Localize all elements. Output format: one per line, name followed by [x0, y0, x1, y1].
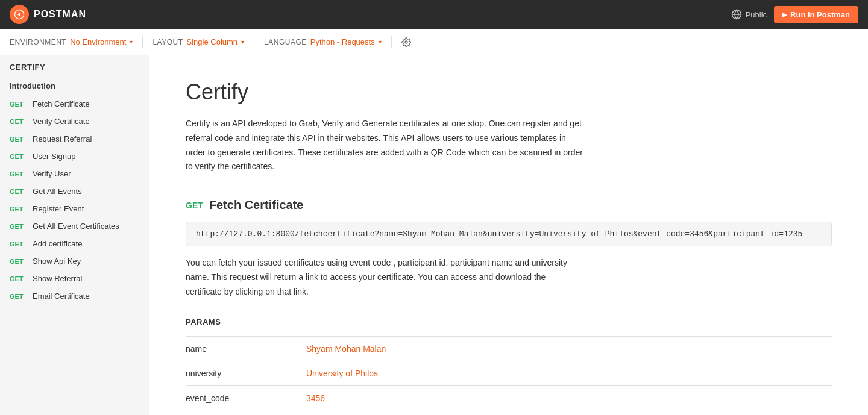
get-badge-fetch: GET: [10, 101, 28, 108]
param-row-university: university University of Philos: [186, 361, 832, 385]
postman-brand-text: POSTMAN: [34, 9, 86, 20]
layout-label: LAYOUT: [153, 38, 183, 46]
params-title: PARAMS: [186, 317, 832, 326]
param-row-event-code: event_code 3456: [186, 385, 832, 410]
get-badge-user-signup: GET: [10, 153, 28, 160]
api-name-label: Fetch Certificate: [209, 198, 304, 212]
layout-dropdown-icon[interactable]: ▾: [241, 39, 244, 45]
toolbar-separator-2: [254, 36, 254, 48]
main-layout: CERTIFY Introduction GET Fetch Certifica…: [0, 55, 868, 415]
toolbar: ENVIRONMENT No Environment ▾ LAYOUT Sing…: [0, 29, 868, 55]
sidebar: CERTIFY Introduction GET Fetch Certifica…: [0, 55, 149, 415]
layout-value[interactable]: Single Column: [187, 37, 238, 46]
layout-group: LAYOUT Single Column ▾: [153, 37, 244, 46]
get-badge-all-events: GET: [10, 188, 28, 195]
settings-gear-icon[interactable]: [401, 37, 411, 47]
toolbar-separator-1: [142, 36, 143, 48]
sidebar-label-user-signup: User Signup: [33, 152, 76, 161]
language-group: LANGUAGE Python - Requests ▾: [264, 37, 382, 46]
collection-title: CERTIFY: [0, 55, 149, 76]
get-badge-show-referral: GET: [10, 275, 28, 282]
sidebar-item-email-certificate[interactable]: GET Email Certificate: [0, 287, 149, 305]
get-badge-show-api-key: GET: [10, 258, 28, 265]
get-badge-all-event-certs: GET: [10, 223, 28, 230]
sidebar-label-get-all-event-certs: Get All Event Certificates: [33, 222, 119, 231]
sidebar-label-verify-certificate: Verify Certificate: [33, 117, 90, 126]
api-url-box: http://127.0.0.1:8000/fetchcertificate?n…: [186, 222, 832, 246]
sidebar-item-user-signup[interactable]: GET User Signup: [0, 148, 149, 165]
language-label: LANGUAGE: [264, 38, 307, 46]
param-key-name: name: [186, 336, 306, 361]
sidebar-item-show-api-key[interactable]: GET Show Api Key: [0, 252, 149, 270]
sidebar-section-title: Introduction: [0, 76, 149, 95]
top-navigation: POSTMAN Public Run in Postman: [0, 0, 868, 29]
api-description: You can fetch your issued certificates u…: [186, 256, 583, 299]
page-title: Certify: [186, 80, 832, 105]
postman-logo: POSTMAN: [10, 5, 86, 24]
page-description: Certify is an API developed to Grab, Ver…: [186, 117, 583, 174]
sidebar-label-email-certificate: Email Certificate: [33, 292, 90, 301]
public-label: Public: [746, 10, 767, 19]
sidebar-label-fetch-certificate: Fetch Certificate: [33, 99, 90, 108]
nav-left: POSTMAN: [10, 5, 86, 24]
params-table: name Shyam Mohan Malan university Univer…: [186, 336, 832, 410]
sidebar-label-request-referral: Request Referral: [33, 134, 92, 143]
main-content: Certify Certify is an API developed to G…: [149, 55, 868, 415]
api-method-label: GET: [186, 201, 203, 210]
sidebar-item-register-event[interactable]: GET Register Event: [0, 200, 149, 217]
sidebar-item-verify-user[interactable]: GET Verify User: [0, 165, 149, 183]
param-key-event-code: event_code: [186, 385, 306, 410]
get-badge-register-event: GET: [10, 205, 28, 213]
environment-label: ENVIRONMENT: [10, 38, 66, 46]
sidebar-item-get-all-event-certs[interactable]: GET Get All Event Certificates: [0, 217, 149, 235]
sidebar-label-show-api-key: Show Api Key: [33, 257, 81, 266]
language-dropdown-icon[interactable]: ▾: [379, 39, 382, 45]
sidebar-item-fetch-certificate[interactable]: GET Fetch Certificate: [0, 95, 149, 113]
svg-point-3: [405, 41, 407, 43]
sidebar-item-show-referral[interactable]: GET Show Referral: [0, 270, 149, 287]
sidebar-label-register-event: Register Event: [33, 204, 84, 213]
public-badge: Public: [731, 9, 767, 20]
sidebar-item-get-all-events[interactable]: GET Get All Events: [0, 183, 149, 200]
sidebar-label-show-referral: Show Referral: [33, 274, 82, 283]
postman-icon: [10, 5, 29, 24]
sidebar-label-add-certificate: Add certificate: [33, 239, 82, 248]
nav-right: Public Run in Postman: [731, 6, 858, 23]
get-badge-verify-cert: GET: [10, 118, 28, 125]
environment-group: ENVIRONMENT No Environment ▾: [10, 37, 133, 46]
sidebar-item-add-certificate[interactable]: GET Add certificate: [0, 235, 149, 252]
sidebar-item-verify-certificate[interactable]: GET Verify Certificate: [0, 113, 149, 130]
globe-icon: [731, 9, 742, 20]
get-badge-request-referral: GET: [10, 136, 28, 143]
toolbar-separator-3: [391, 36, 392, 48]
language-value[interactable]: Python - Requests: [310, 37, 375, 46]
postman-svg-icon: [13, 8, 25, 20]
run-in-postman-button[interactable]: Run in Postman: [774, 6, 858, 23]
environment-dropdown-icon[interactable]: ▾: [130, 39, 133, 45]
get-badge-add-cert: GET: [10, 240, 28, 248]
params-section: PARAMS name Shyam Mohan Malan university…: [186, 317, 832, 410]
sidebar-item-request-referral[interactable]: GET Request Referral: [0, 130, 149, 148]
param-value-event-code: 3456: [306, 385, 832, 410]
get-badge-verify-user: GET: [10, 170, 28, 178]
api-section-fetch-certificate: GET Fetch Certificate http://127.0.0.1:8…: [186, 198, 832, 410]
param-key-university: university: [186, 361, 306, 385]
param-row-name: name Shyam Mohan Malan: [186, 336, 832, 361]
param-value-university: University of Philos: [306, 361, 832, 385]
get-badge-email-cert: GET: [10, 293, 28, 300]
api-title: GET Fetch Certificate: [186, 198, 832, 212]
environment-value[interactable]: No Environment: [70, 37, 126, 46]
sidebar-label-verify-user: Verify User: [33, 169, 71, 178]
sidebar-label-get-all-events: Get All Events: [33, 187, 82, 196]
param-value-name: Shyam Mohan Malan: [306, 336, 832, 361]
